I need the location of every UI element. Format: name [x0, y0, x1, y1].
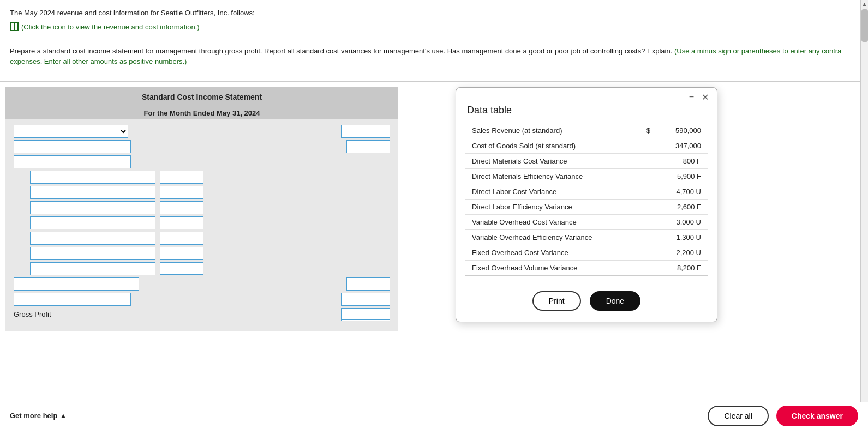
statement-row-10	[30, 262, 390, 275]
main-content: Standard Cost Income Statement For the M…	[0, 87, 868, 331]
row6-label-input[interactable]	[30, 201, 155, 214]
table-row: Variable Overhead Cost Variance3,000 U	[465, 214, 708, 229]
row9-label-input[interactable]	[30, 247, 155, 260]
bottom-bar: Get more help ▲ Clear all Check answer	[0, 402, 868, 429]
get-more-help-label: Get more help	[10, 412, 57, 420]
indented-rows	[14, 171, 390, 275]
row12-label-input[interactable]	[14, 293, 131, 306]
row11-mid-input[interactable]	[346, 277, 390, 291]
statement-row-7	[30, 216, 390, 229]
table-cell-label: Fixed Overhead Cost Variance	[465, 245, 640, 260]
table-cell-label: Direct Materials Efficiency Variance	[465, 168, 640, 184]
table-row: Direct Materials Cost Variance800 F	[465, 153, 708, 168]
table-row: Direct Labor Cost Variance4,700 U	[465, 184, 708, 199]
row9-right-input[interactable]	[160, 247, 203, 260]
data-table-wrapper: Sales Revenue (at standard)$590,000Cost …	[465, 123, 708, 276]
click-icon-link[interactable]: (Click the icon to view the revenue and …	[10, 22, 200, 33]
statement-row-3	[14, 155, 390, 168]
instruction-line2: Prepare a standard cost income statement…	[10, 46, 858, 67]
statement-row-6	[30, 201, 390, 214]
table-cell-label: Cost of Goods Sold (at standard)	[465, 138, 640, 153]
modal-minimize-button[interactable]: −	[687, 92, 696, 102]
get-more-help-arrow[interactable]: ▲	[59, 412, 67, 420]
income-statement: Standard Cost Income Statement For the M…	[5, 87, 398, 331]
bottom-right: Clear all Check answer	[708, 406, 858, 426]
gross-profit-input[interactable]	[341, 308, 390, 321]
check-answer-button[interactable]: Check answer	[776, 406, 858, 426]
statement-row-4	[30, 171, 390, 184]
right-scrollbar: ▲ ▼	[860, 0, 868, 429]
row5-label-input[interactable]	[30, 186, 155, 199]
statement-row-2	[14, 140, 390, 153]
scroll-thumb[interactable]	[861, 9, 868, 42]
click-icon-text: (Click the icon to view the revenue and …	[21, 22, 200, 33]
table-cell-value: 2,200 U	[640, 245, 708, 260]
table-row: Direct Materials Efficiency Variance5,90…	[465, 168, 708, 184]
grid-icon	[10, 22, 19, 31]
table-row: Fixed Overhead Cost Variance2,200 U	[465, 245, 708, 260]
row7-label-input[interactable]	[30, 216, 155, 229]
done-button[interactable]: Done	[590, 291, 640, 311]
row8-right-input[interactable]	[160, 232, 203, 245]
row6-right-input[interactable]	[160, 201, 203, 214]
row1-dropdown[interactable]	[14, 125, 128, 138]
statement-row-8	[30, 232, 390, 245]
scroll-up-arrow[interactable]: ▲	[861, 0, 868, 8]
gross-profit-row: Gross Profit	[14, 308, 390, 321]
statement-title: Standard Cost Income Statement	[5, 87, 398, 107]
gross-profit-label: Gross Profit	[14, 309, 51, 319]
table-cell-label: Direct Labor Efficiency Variance	[465, 199, 640, 214]
row7-right-input[interactable]	[160, 216, 203, 229]
instruction-line1: The May 2024 revenue and cost informatio…	[10, 8, 858, 19]
row3-label-input[interactable]	[14, 155, 131, 168]
table-cell-value: 1,300 U	[640, 229, 708, 245]
clear-all-button[interactable]: Clear all	[708, 406, 768, 426]
row1-right-input[interactable]	[341, 125, 390, 138]
table-cell-value: 4,700 U	[640, 184, 708, 199]
row2-label-input[interactable]	[14, 140, 131, 153]
row11-label-input[interactable]	[14, 277, 139, 291]
row5-right-input[interactable]	[160, 186, 203, 199]
statement-row-11	[14, 277, 390, 291]
table-cell-value: 347,000	[640, 138, 708, 153]
table-row: Sales Revenue (at standard)$590,000	[465, 123, 708, 138]
print-button[interactable]: Print	[532, 291, 581, 311]
table-row: Variable Overhead Efficiency Variance1,3…	[465, 229, 708, 245]
bottom-left: Get more help ▲	[10, 412, 708, 420]
table-cell-label: Sales Revenue (at standard)	[465, 123, 640, 138]
row12-right-input[interactable]	[341, 293, 390, 306]
table-cell-label: Direct Labor Cost Variance	[465, 184, 640, 199]
table-cell-label: Variable Overhead Efficiency Variance	[465, 229, 640, 245]
data-table-modal: − ✕ Data table Sales Revenue (at standar…	[456, 87, 717, 322]
instructions-section: The May 2024 revenue and cost informatio…	[0, 0, 868, 76]
table-cell-value: 2,600 F	[640, 199, 708, 214]
divider	[0, 81, 868, 82]
table-cell-value: 800 F	[640, 153, 708, 168]
statement-row-12	[14, 293, 390, 306]
data-table: Sales Revenue (at standard)$590,000Cost …	[465, 123, 708, 275]
modal-close-button[interactable]: ✕	[700, 92, 710, 102]
table-cell-dollar: $	[640, 123, 653, 138]
table-row: Cost of Goods Sold (at standard)347,000	[465, 138, 708, 153]
modal-titlebar: − ✕	[456, 88, 717, 102]
row10-label-input[interactable]	[30, 262, 155, 275]
table-cell-label: Fixed Overhead Volume Variance	[465, 260, 640, 275]
modal-buttons: Print Done	[456, 287, 717, 322]
table-cell-label: Variable Overhead Cost Variance	[465, 214, 640, 229]
table-cell-value: 8,200 F	[640, 260, 708, 275]
data-table-title: Data table	[456, 102, 717, 123]
row8-label-input[interactable]	[30, 232, 155, 245]
row4-right-input[interactable]	[160, 171, 203, 184]
statement-row-9	[30, 247, 390, 260]
table-row: Fixed Overhead Volume Variance8,200 F	[465, 260, 708, 275]
table-cell-value: 590,000	[653, 123, 708, 138]
row4-label-input[interactable]	[30, 171, 155, 184]
statement-row-5	[30, 186, 390, 199]
table-cell-value: 3,000 U	[640, 214, 708, 229]
row2-mid-input[interactable]	[346, 140, 390, 153]
table-cell-value: 5,900 F	[640, 168, 708, 184]
statement-subtitle: For the Month Ended May 31, 2024	[5, 107, 398, 119]
statement-body: Gross Profit	[5, 119, 398, 331]
table-cell-label: Direct Materials Cost Variance	[465, 153, 640, 168]
row10-right-input[interactable]	[160, 262, 203, 275]
